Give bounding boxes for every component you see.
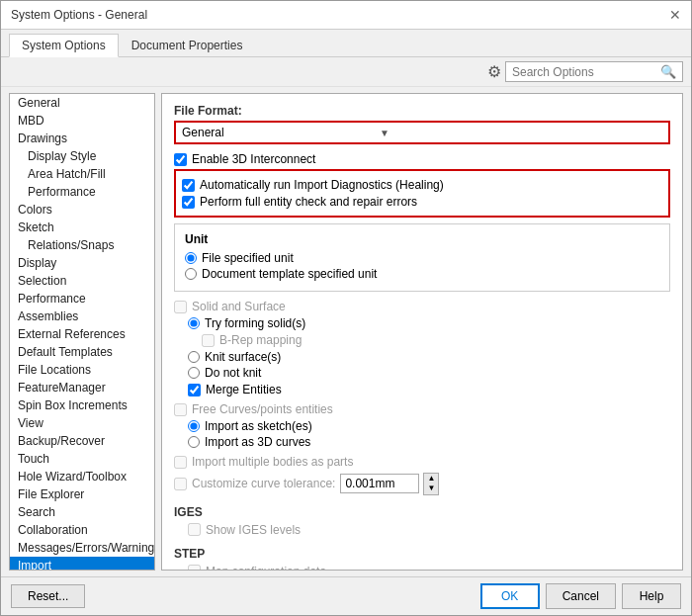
sidebar-item-area-hatch-fill[interactable]: Area Hatch/Fill — [10, 165, 154, 183]
sidebar-item-messages-errors-warnings[interactable]: Messages/Errors/Warnings — [10, 539, 154, 557]
step-heading: STEP — [174, 547, 670, 561]
search-bar: ⚙ 🔍 — [1, 57, 691, 87]
search-wrapper: 🔍 — [505, 61, 683, 82]
tab-document-properties[interactable]: Document Properties — [119, 34, 256, 56]
search-input[interactable] — [512, 65, 660, 79]
perform-full-entity-checkbox[interactable] — [182, 196, 195, 209]
sidebar-item-performance[interactable]: Performance — [10, 290, 154, 308]
sidebar-item-default-templates[interactable]: Default Templates — [10, 343, 154, 361]
sidebar-item-view[interactable]: View — [10, 414, 154, 432]
try-forming-solids-row: Try forming solid(s) — [188, 316, 670, 330]
sidebar-item-external-references[interactable]: External References — [10, 325, 154, 343]
import-as-sketches-radio[interactable] — [188, 420, 200, 432]
unit-section-title: Unit — [185, 232, 659, 246]
brep-mapping-checkbox — [202, 334, 215, 347]
solid-surface-label: Solid and Surface — [192, 300, 286, 313]
sidebar-item-display-style[interactable]: Display Style — [10, 147, 154, 165]
file-format-dropdown-wrapper: GeneralIGESSTEPACISVDAFSParasolidSTL ▼ — [176, 123, 393, 142]
sidebar-item-mbd[interactable]: MBD — [10, 112, 154, 130]
enable-3d-interconnect-row: Enable 3D Interconnect — [174, 152, 670, 166]
sidebar-item-search[interactable]: Search — [10, 503, 154, 521]
iges-heading: IGES — [174, 505, 670, 519]
import-as-sketches-label: Import as sketch(es) — [205, 419, 312, 433]
sidebar-item-collaboration[interactable]: Collaboration — [10, 521, 154, 539]
iges-options: Show IGES levels — [188, 523, 670, 537]
solid-surface-options: Try forming solid(s) B-Rep mapping Knit … — [188, 316, 670, 396]
solid-surface-row: Solid and Surface — [174, 300, 670, 313]
sidebar-item-import[interactable]: Import — [10, 557, 154, 571]
map-configuration-checkbox — [188, 565, 201, 571]
import-as-sketches-row: Import as sketch(es) — [188, 419, 670, 433]
curve-tolerance-label: Customize curve tolerance: — [192, 477, 335, 490]
do-not-knit-label: Do not knit — [205, 366, 261, 380]
knit-surfaces-radio[interactable] — [188, 351, 200, 363]
sidebar-item-selection[interactable]: Selection — [10, 272, 154, 290]
sidebar-item-display[interactable]: Display — [10, 254, 154, 272]
ok-button[interactable]: OK — [480, 583, 540, 609]
sidebar-item-touch[interactable]: Touch — [10, 450, 154, 468]
search-icon: 🔍 — [660, 64, 676, 79]
sidebar-item-colors[interactable]: Colors — [10, 201, 154, 219]
tab-bar: System Options Document Properties — [1, 30, 691, 57]
tab-system-options[interactable]: System Options — [9, 34, 119, 57]
show-iges-levels-label: Show IGES levels — [206, 523, 301, 537]
curve-tolerance-input[interactable] — [340, 474, 419, 493]
curve-tolerance-checkbox — [174, 478, 187, 490]
import-multiple-bodies-label: Import multiple bodies as parts — [192, 455, 353, 469]
brep-mapping-row: B-Rep mapping — [202, 333, 670, 347]
sidebar-item-sketch[interactable]: Sketch — [10, 219, 154, 236]
file-specified-unit-label: File specified unit — [202, 251, 294, 265]
file-specified-unit-radio[interactable] — [185, 252, 197, 264]
import-multiple-bodies-row: Import multiple bodies as parts — [174, 455, 670, 469]
help-button[interactable]: Help — [622, 583, 681, 609]
show-iges-levels-checkbox — [188, 523, 201, 536]
free-curves-checkbox — [174, 403, 187, 416]
document-template-unit-row: Document template specified unit — [185, 267, 659, 281]
sidebar-item-hole-wizard-toolbox[interactable]: Hole Wizard/Toolbox — [10, 468, 154, 485]
curve-tolerance-decrement[interactable]: ▼ — [424, 484, 438, 493]
sidebar-item-relations-snaps[interactable]: Relations/Snaps — [10, 236, 154, 254]
perform-full-entity-label: Perform full entity check and repair err… — [200, 195, 417, 209]
sidebar-item-performance-drawings[interactable]: Performance — [10, 183, 154, 201]
brep-mapping-label: B-Rep mapping — [219, 333, 302, 347]
sidebar-item-general[interactable]: General — [10, 94, 154, 112]
import-as-3d-curves-radio[interactable] — [188, 436, 200, 448]
step-options: Map configuration data — [188, 565, 670, 571]
perform-full-entity-row: Perform full entity check and repair err… — [182, 195, 662, 209]
sidebar-item-feature-manager[interactable]: FeatureManager — [10, 379, 154, 396]
file-format-select[interactable]: GeneralIGESSTEPACISVDAFSParasolidSTL — [176, 123, 393, 142]
title-bar: System Options - General ✕ — [1, 1, 691, 30]
do-not-knit-radio[interactable] — [188, 367, 200, 379]
document-template-unit-label: Document template specified unit — [202, 267, 377, 281]
window-title: System Options - General — [11, 8, 147, 22]
sidebar: GeneralMBDDrawingsDisplay StyleArea Hatc… — [9, 93, 155, 571]
knit-surfaces-row: Knit surface(s) — [188, 350, 670, 364]
try-forming-solids-label: Try forming solid(s) — [205, 316, 305, 330]
try-forming-solids-radio[interactable] — [188, 317, 200, 329]
sidebar-item-spin-box-increments[interactable]: Spin Box Increments — [10, 396, 154, 414]
merge-entities-checkbox[interactable] — [188, 384, 201, 396]
sidebar-item-file-explorer[interactable]: File Explorer — [10, 485, 154, 503]
reset-button[interactable]: Reset... — [11, 584, 85, 608]
solid-surface-checkbox — [174, 301, 187, 313]
knit-surfaces-label: Knit surface(s) — [205, 350, 281, 364]
auto-run-import-checkbox[interactable] — [182, 179, 195, 192]
close-button[interactable]: ✕ — [669, 7, 681, 23]
content-panel: File Format: GeneralIGESSTEPACISVDAFSPar… — [161, 93, 683, 571]
sidebar-item-assemblies[interactable]: Assemblies — [10, 308, 154, 325]
document-template-unit-radio[interactable] — [185, 268, 197, 280]
enable-3d-interconnect-checkbox[interactable] — [174, 153, 187, 166]
file-specified-unit-row: File specified unit — [185, 251, 659, 265]
curve-tolerance-spinner: ▲ ▼ — [340, 473, 439, 495]
auto-run-import-label: Automatically run Import Diagnostics (He… — [200, 178, 444, 192]
import-as-3d-curves-row: Import as 3D curves — [188, 435, 670, 449]
sidebar-item-backup-recover[interactable]: Backup/Recover — [10, 432, 154, 450]
sidebar-item-drawings[interactable]: Drawings — [10, 130, 154, 147]
curve-tolerance-increment[interactable]: ▲ — [424, 474, 438, 484]
sidebar-item-file-locations[interactable]: File Locations — [10, 361, 154, 379]
import-as-3d-curves-label: Import as 3D curves — [205, 435, 310, 449]
footer-right: OK Cancel Help — [480, 583, 681, 609]
cancel-button[interactable]: Cancel — [546, 583, 616, 609]
merge-entities-row: Merge Entities — [188, 383, 670, 396]
curve-tolerance-row: Customize curve tolerance: ▲ ▼ — [174, 473, 670, 495]
